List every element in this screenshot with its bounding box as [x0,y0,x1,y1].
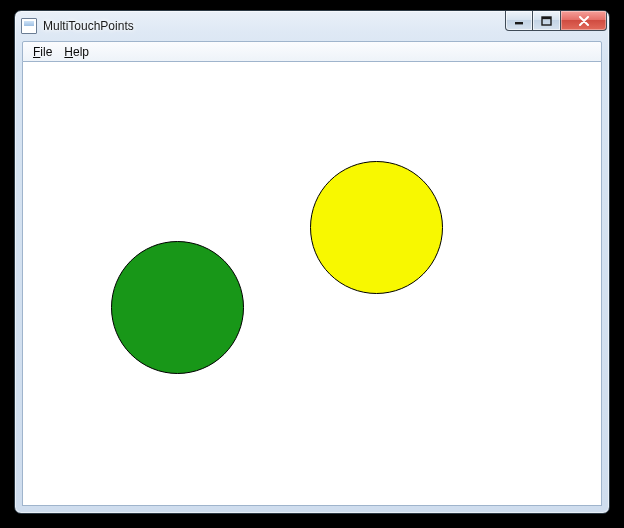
minimize-icon [514,16,524,26]
menu-help[interactable]: Help [58,43,95,61]
svg-rect-0 [515,22,523,24]
maximize-button[interactable] [533,11,561,31]
title-bar[interactable]: MultiTouchPoints [15,11,609,41]
touch-point[interactable] [111,241,244,374]
minimize-button[interactable] [505,11,533,31]
svg-rect-2 [542,17,551,19]
close-icon [578,16,590,26]
window-controls [505,11,607,41]
menu-bar: File Help [22,41,602,62]
menu-file[interactable]: File [27,43,58,61]
window-title: MultiTouchPoints [43,19,134,33]
maximize-icon [541,16,552,26]
close-button[interactable] [561,11,607,31]
application-window: MultiTouchPoints File Help [14,10,610,514]
canvas-area[interactable] [22,62,602,506]
touch-point[interactable] [310,161,443,294]
app-icon [21,18,37,34]
